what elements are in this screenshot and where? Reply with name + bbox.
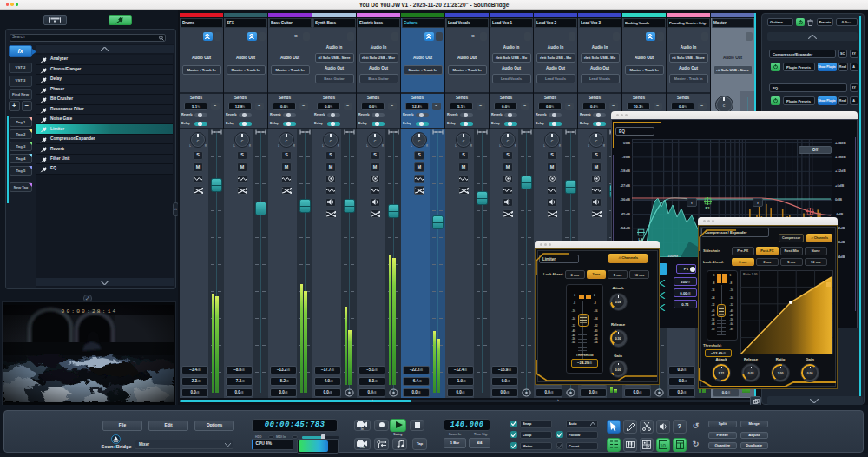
svg-text:10: 10 — [660, 443, 666, 448]
